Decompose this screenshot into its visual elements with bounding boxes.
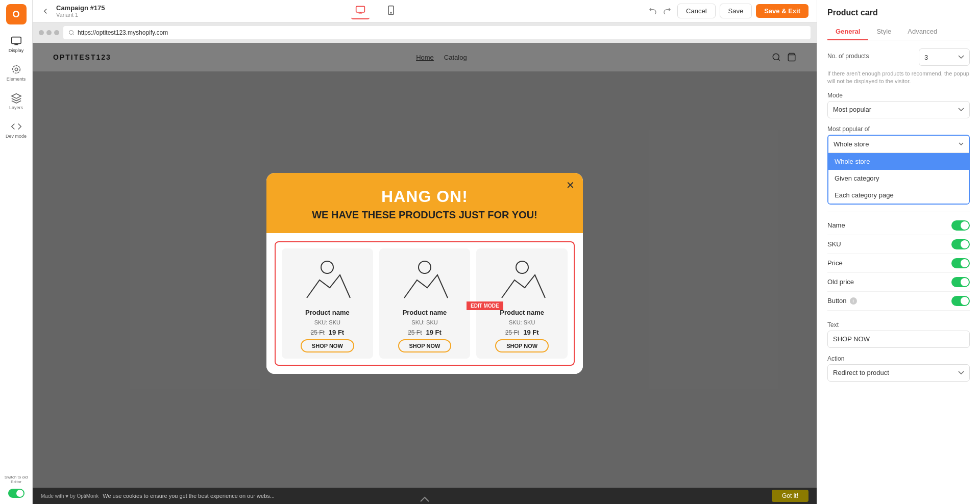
- sku-toggle-row: SKU: [827, 235, 970, 254]
- mode-row: Mode Most popular Recently viewed Bestse…: [827, 92, 970, 118]
- product-old-price-2: 25 Ft: [408, 329, 422, 336]
- button-toggle[interactable]: [951, 296, 970, 306]
- svg-point-6: [69, 31, 74, 35]
- old-price-toggle-row: Old price: [827, 273, 970, 292]
- undo-button[interactable]: [647, 4, 659, 18]
- desktop-device-button[interactable]: [351, 3, 370, 19]
- redo-button[interactable]: [661, 4, 673, 18]
- popup-overlay: HANG ON! WE HAVE THESE PRODUCTS JUST FOR…: [33, 43, 817, 504]
- sidebar-bottom: Switch to old Editor: [0, 475, 32, 498]
- sidebar-item-elements[interactable]: Elements: [3, 59, 30, 86]
- campaign-variant: Variant 1: [56, 12, 105, 18]
- product-sku-2: SKU: SKU: [411, 319, 437, 325]
- product-image-3: [492, 255, 553, 306]
- svg-rect-3: [356, 6, 365, 12]
- products-grid: Product name SKU: SKU 25 Ft 19 Ft SHOP N…: [275, 241, 575, 366]
- products-desc: If there aren't enough products to recom…: [827, 70, 970, 86]
- button-toggle-label: Button i: [827, 297, 857, 305]
- button-info-icon[interactable]: i: [850, 297, 857, 305]
- save-exit-button[interactable]: Save & Exit: [756, 4, 808, 18]
- most-popular-of-dropdown[interactable]: Whole store Whole store Given category E…: [827, 135, 970, 205]
- old-price-toggle[interactable]: [951, 277, 970, 287]
- back-button[interactable]: [41, 7, 50, 16]
- url-bar[interactable]: https://optitest123.myshopify.com: [63, 26, 811, 39]
- price-toggle[interactable]: [951, 258, 970, 268]
- old-price-toggle-label: Old price: [827, 278, 854, 286]
- edit-mode-badge: EDIT MODE: [467, 301, 503, 310]
- most-popular-of-row: Most popular of Whole store Whole store …: [827, 125, 970, 205]
- dropdown-options-list: Whole store Given category Each category…: [828, 153, 969, 204]
- panel-title: Product card: [827, 8, 970, 17]
- panel-body: No. of products 3 4 5 If there aren't en…: [817, 40, 980, 504]
- browser-bar: https://optitest123.myshopify.com: [33, 22, 817, 43]
- most-popular-of-label: Most popular of: [827, 125, 970, 133]
- price-toggle-label: Price: [827, 259, 843, 267]
- undo-redo-group: [647, 4, 673, 18]
- top-bar-right: Cancel Save Save & Exit: [647, 4, 808, 18]
- product-name-1: Product name: [305, 309, 350, 316]
- cookie-text: We use cookies to ensure you get the bes…: [103, 493, 768, 499]
- sidebar-item-display[interactable]: Display: [3, 31, 30, 57]
- mode-select[interactable]: Most popular Recently viewed Bestseller: [827, 101, 970, 118]
- product-sku-1: SKU: SKU: [314, 319, 340, 325]
- cancel-button[interactable]: Cancel: [677, 4, 715, 18]
- save-button[interactable]: Save: [720, 4, 752, 18]
- switch-to-old-editor-label: Switch to old Editor: [0, 475, 32, 485]
- sku-toggle[interactable]: [951, 239, 970, 249]
- sidebar-item-devmode[interactable]: Dev mode: [3, 116, 30, 143]
- product-old-price-1: 25 Ft: [310, 329, 324, 336]
- svg-point-1: [15, 68, 18, 71]
- top-bar: Campaign #175 Variant 1: [33, 0, 817, 22]
- browser-dots: [39, 30, 59, 35]
- button-text-input[interactable]: [827, 331, 970, 348]
- left-sidebar: O Display Elements Layers Dev mode Switc…: [0, 0, 33, 504]
- tab-general[interactable]: General: [827, 23, 868, 40]
- divider-2: [827, 315, 970, 315]
- popup-title: HANG ON!: [279, 187, 571, 206]
- price-toggle-row: Price: [827, 254, 970, 273]
- popup-close-button[interactable]: ✕: [566, 179, 575, 191]
- mobile-device-button[interactable]: [382, 3, 400, 19]
- panel-header: Product card General Style Advanced: [817, 0, 980, 40]
- pages-chevron[interactable]: [420, 496, 430, 502]
- dropdown-option-given-category[interactable]: Given category: [828, 170, 969, 187]
- product-new-price-1: 19 Ft: [329, 329, 344, 336]
- main-area: Campaign #175 Variant 1: [33, 0, 817, 504]
- product-card-2: Product name SKU: SKU 25 Ft 19 Ft SHOP N…: [379, 248, 471, 359]
- dropdown-current-value: Whole store: [834, 140, 869, 148]
- page-content: OPTITEST123 Home Catalog: [33, 43, 817, 504]
- product-new-price-2: 19 Ft: [426, 329, 442, 336]
- no-of-products-select[interactable]: 3 4 5: [919, 48, 970, 66]
- svg-point-11: [516, 261, 528, 273]
- switch-editor-toggle[interactable]: [8, 489, 24, 498]
- got-it-button[interactable]: Got it!: [772, 490, 808, 502]
- dropdown-selected-value[interactable]: Whole store: [828, 136, 969, 153]
- product-card-1: Product name SKU: SKU 25 Ft 19 Ft SHOP N…: [282, 248, 373, 359]
- action-label: Action: [827, 355, 970, 362]
- dot-green: [54, 30, 59, 35]
- shop-now-button-1[interactable]: SHOP NOW: [301, 339, 354, 352]
- sidebar-item-layers[interactable]: Layers: [3, 88, 30, 114]
- product-name-3: Product name: [500, 309, 544, 316]
- tab-advanced[interactable]: Advanced: [899, 23, 945, 40]
- action-select[interactable]: Redirect to product Add to cart Quick vi…: [827, 364, 970, 382]
- text-section-label: Text: [827, 321, 970, 329]
- svg-point-5: [390, 12, 391, 13]
- name-toggle-label: Name: [827, 221, 845, 229]
- button-toggle-row: Button i: [827, 292, 970, 311]
- popup-subtitle: WE HAVE THESE PRODUCTS JUST FOR YOU!: [279, 209, 571, 221]
- product-old-price-3: 25 Ft: [505, 329, 519, 336]
- shop-now-button-3[interactable]: SHOP NOW: [495, 339, 549, 352]
- dropdown-option-whole-store[interactable]: Whole store: [828, 153, 969, 170]
- shop-now-button-2[interactable]: SHOP NOW: [398, 339, 452, 352]
- name-toggle[interactable]: [951, 220, 970, 231]
- campaign-title: Campaign #175: [56, 4, 105, 12]
- tab-style[interactable]: Style: [868, 23, 899, 40]
- sidebar-label-display: Display: [9, 48, 24, 53]
- product-price-1: 25 Ft 19 Ft: [310, 329, 344, 336]
- product-sku-3: SKU: SKU: [509, 319, 535, 325]
- popup-header: HANG ON! WE HAVE THESE PRODUCTS JUST FOR…: [266, 173, 583, 233]
- no-of-products-row: No. of products 3 4 5: [827, 48, 970, 66]
- dropdown-option-each-category[interactable]: Each category page: [828, 187, 969, 204]
- canvas-area: https://optitest123.myshopify.com OPTITE…: [33, 22, 817, 504]
